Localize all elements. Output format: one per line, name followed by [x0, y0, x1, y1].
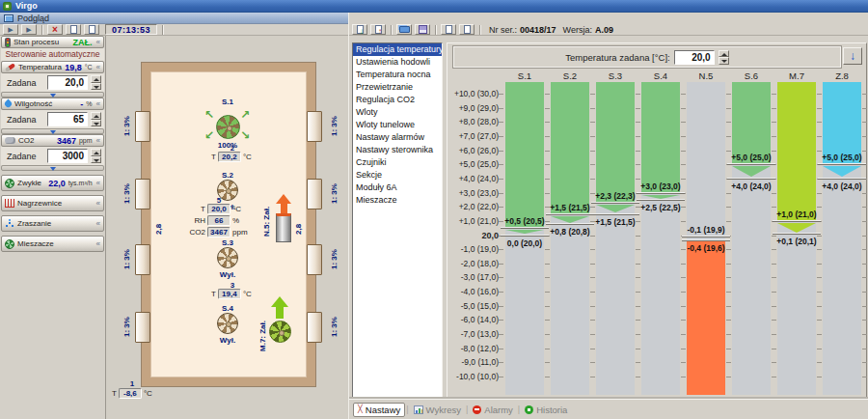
tick-dash — [545, 94, 550, 95]
menu-item-wloty-tunelowe[interactable]: Wloty tunelowe — [353, 119, 442, 131]
tick-dash — [636, 292, 640, 293]
bar-marker-line[interactable] — [773, 233, 821, 235]
menu-item-wloty[interactable]: Wloty — [353, 106, 442, 119]
section-header-zwyk-e[interactable]: Zwykłe22,0tys.m³/h« — [1, 175, 104, 191]
menu-item-temperatura-nocna[interactable]: Temperatura nocna — [353, 69, 442, 81]
section-unit: % — [86, 100, 92, 107]
menu-item-czujniki[interactable]: Czujniki — [353, 156, 442, 169]
spinner-down-button[interactable] — [719, 57, 729, 65]
menu-item-regulacja-temperatury[interactable]: Regulacja temperatury — [353, 43, 442, 56]
tick-dash — [590, 362, 595, 363]
tick-dash — [545, 264, 550, 265]
bar-marker-line[interactable] — [818, 178, 866, 180]
tick-dash — [499, 151, 503, 152]
y-axis-tick: -6,0 (14,0) — [448, 315, 499, 324]
bar-marker-line[interactable] — [591, 202, 639, 204]
spinner-up-button[interactable] — [91, 75, 101, 83]
write-settings-button[interactable]: ↑ — [370, 24, 386, 35]
bar-marker-line[interactable] — [501, 235, 549, 237]
bar-marker-line[interactable] — [818, 163, 866, 165]
wilgotno-setpoint-input[interactable] — [47, 112, 88, 126]
bar-marker-line[interactable] — [727, 163, 775, 165]
open-button[interactable] — [396, 24, 412, 35]
paste-button[interactable] — [459, 24, 475, 35]
collapse-chevron-icon[interactable]: « — [96, 38, 100, 46]
collapse-chevron-icon[interactable]: « — [96, 99, 100, 108]
section-value: ZAŁ. — [73, 38, 93, 47]
bar-marker-line[interactable] — [682, 236, 730, 237]
copy-button[interactable] — [66, 24, 81, 35]
spinner-down-button[interactable] — [91, 120, 101, 127]
bar-marker-line[interactable] — [546, 213, 594, 215]
bar-marker-line[interactable] — [682, 239, 730, 241]
collapse-chevron-icon[interactable]: « — [96, 199, 100, 208]
co2-setpoint-input[interactable] — [47, 149, 88, 163]
tick-dash — [817, 136, 822, 137]
tick-dash — [636, 264, 640, 265]
temperatura-setpoint-input[interactable] — [47, 75, 88, 90]
bar-marker-line[interactable] — [637, 199, 685, 201]
menu-item-nastawy-sterownika[interactable]: Nastawy sterownika — [353, 144, 442, 156]
menu-item-nastawy-alarm-w[interactable]: Nastawy alarmów — [353, 131, 442, 144]
section-header-nagrzewnice[interactable]: Nagrzewnice« — [1, 195, 104, 211]
menu-item-ustawienia-hodowli[interactable]: Ustawienia hodowli — [353, 56, 442, 69]
collapse-chevron-icon[interactable]: « — [96, 239, 100, 248]
read-settings-button[interactable]: ↓ — [352, 24, 367, 35]
section-header-zraszanie[interactable]: Zraszanie« — [1, 215, 104, 232]
section-expander[interactable] — [1, 165, 104, 171]
bar-marker-line[interactable] — [591, 213, 639, 215]
copy-button[interactable] — [441, 24, 456, 35]
podglad-titlebar[interactable]: Podgląd — [0, 13, 348, 24]
menu-item-modu-y-6a[interactable]: Moduły 6A — [353, 182, 442, 194]
section-expander[interactable] — [1, 92, 104, 98]
setpoint-input[interactable] — [674, 50, 715, 65]
section-header-mieszacze[interactable]: Mieszacze« — [1, 236, 104, 252]
spinner-down-button[interactable] — [91, 83, 101, 91]
section-header-stan-procesu[interactable]: Stan procesuZAŁ.« — [1, 36, 104, 48]
save-button[interactable] — [415, 24, 430, 35]
tick-dash — [545, 277, 550, 278]
section-header-wilgotno[interactable]: Wilgotność-%« — [1, 98, 104, 110]
menu-item-przewietrzanie[interactable]: Przewietrzanie — [353, 81, 442, 94]
apply-setpoint-button[interactable]: ↓ — [843, 47, 862, 65]
tick-dash — [636, 179, 640, 180]
collapse-chevron-icon[interactable]: « — [96, 179, 100, 187]
mixer-m7-icon[interactable] — [269, 321, 291, 343]
tab-alarmy[interactable]: Alarmy — [469, 404, 517, 416]
fan-s1-icon[interactable] — [216, 115, 240, 139]
bar-marker-line[interactable] — [546, 223, 594, 225]
view-mode-button-2[interactable]: ▶ — [21, 24, 37, 35]
play-icon: ▶ — [8, 26, 13, 34]
bar-marker-line[interactable] — [727, 178, 775, 180]
spinner-up-button[interactable] — [719, 50, 729, 58]
menu-item-sekcje[interactable]: Sekcje — [353, 169, 442, 182]
spinner-down-button[interactable] — [91, 156, 101, 164]
collapse-chevron-icon[interactable]: « — [96, 136, 100, 145]
view-mode-button-1[interactable]: ▶ — [3, 24, 18, 35]
menu-item-regulacja-co2[interactable]: Regulacja CO2 — [353, 94, 442, 106]
section-header-co2[interactable]: CO23467ppm« — [1, 134, 104, 147]
collapse-chevron-icon[interactable]: « — [96, 219, 100, 228]
bar-marker-line[interactable] — [773, 220, 821, 222]
spinner-up-button[interactable] — [91, 149, 101, 156]
chimney-icon[interactable] — [276, 213, 291, 242]
bar-marker-line[interactable] — [637, 192, 685, 194]
tick-dash — [817, 264, 822, 265]
section-header-temperatura[interactable]: Temperatura19,8°C« — [1, 61, 104, 73]
bar-marker-triangle — [732, 166, 771, 177]
tools-button[interactable]: × — [47, 24, 63, 35]
bar-marker-triangle — [823, 166, 861, 177]
tab-historia[interactable]: Historia — [521, 404, 571, 416]
paste-button[interactable] — [84, 24, 99, 35]
section-expander[interactable] — [1, 128, 104, 134]
fan-s3-icon[interactable] — [217, 247, 238, 268]
menu-item-mieszacze[interactable]: Mieszacze — [353, 194, 442, 207]
tab-nastawy[interactable]: ╳Nastawy — [353, 403, 405, 417]
section-title: CO2 — [18, 136, 54, 145]
tab-wykresy[interactable]: Wykresy — [410, 404, 465, 416]
bar-fill-s-4 — [641, 82, 680, 193]
fan-s4-icon[interactable] — [217, 313, 238, 334]
collapse-chevron-icon[interactable]: « — [96, 63, 100, 71]
spinner-up-button[interactable] — [91, 112, 101, 120]
bar-marker-line[interactable] — [501, 227, 549, 229]
